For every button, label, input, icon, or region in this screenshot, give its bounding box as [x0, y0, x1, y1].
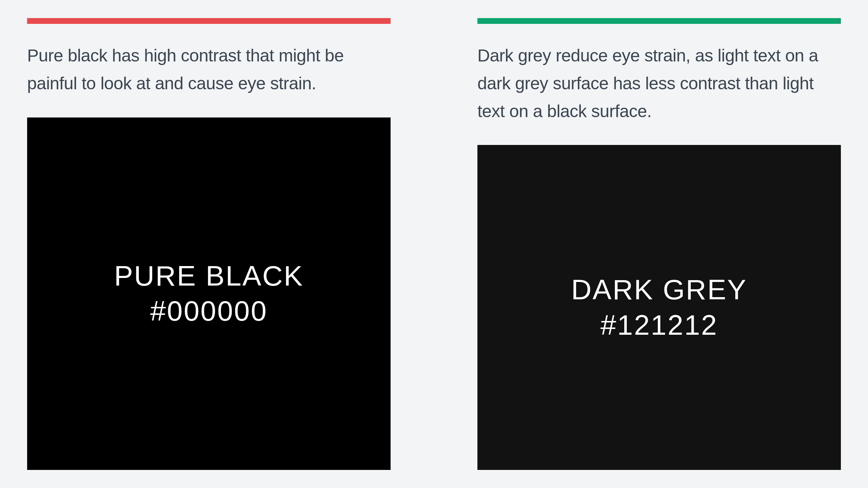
comparison-column-dark-grey: Dark grey reduce eye strain, as light te…	[477, 18, 841, 470]
dark-grey-swatch: DARK GREY #121212	[477, 145, 841, 470]
accent-bar-red	[27, 18, 391, 24]
dark-grey-description: Dark grey reduce eye strain, as light te…	[477, 42, 841, 125]
pure-black-description: Pure black has high contrast that might …	[27, 42, 391, 98]
swatch-name: DARK GREY	[571, 272, 747, 308]
swatch-hex: #000000	[114, 294, 303, 329]
comparison-column-pure-black: Pure black has high contrast that might …	[27, 18, 391, 470]
swatch-name: PURE BLACK	[114, 258, 303, 294]
accent-bar-green	[477, 18, 841, 24]
pure-black-swatch: PURE BLACK #000000	[27, 117, 391, 470]
swatch-hex: #121212	[571, 308, 747, 343]
swatch-label: PURE BLACK #000000	[114, 258, 303, 329]
swatch-label: DARK GREY #121212	[571, 272, 747, 343]
